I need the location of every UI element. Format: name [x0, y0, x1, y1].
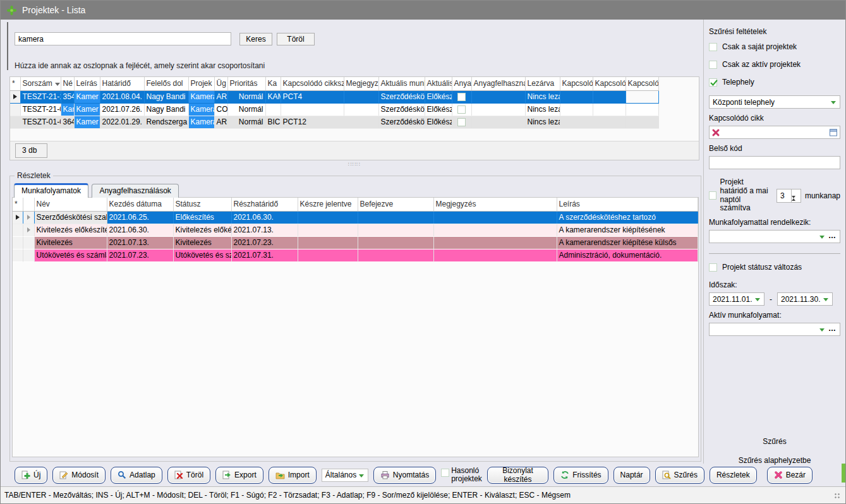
- table-row[interactable]: Kivitelezés 2021.07.13. Kivitelezés 2021…: [13, 236, 698, 249]
- clear-x-icon[interactable]: [711, 128, 720, 139]
- tab-anyagfelhasznalasok[interactable]: Anyagfelhasználások: [92, 184, 178, 198]
- col-hatarido[interactable]: Határidő: [100, 77, 144, 90]
- deadline-days-stepper[interactable]: 3: [777, 189, 801, 203]
- table-row[interactable]: Utókövetés és számláz 2021.07.23. Utóköv…: [13, 249, 698, 261]
- bezar-button[interactable]: Bezár: [767, 467, 813, 484]
- col-felelos[interactable]: Felelős dol: [144, 77, 188, 90]
- col-ka[interactable]: Ka: [265, 77, 281, 90]
- own-projects-checkbox[interactable]: Csak a saját projektek: [709, 42, 840, 51]
- torol-button[interactable]: Töröl: [167, 467, 210, 484]
- hasonlo-projektek-checkbox[interactable]: Hasonló projektek: [441, 467, 482, 483]
- col-nev[interactable]: Né: [61, 77, 74, 90]
- uj-button[interactable]: Új: [15, 467, 47, 484]
- col-keszre[interactable]: Készre jelentve: [298, 198, 358, 211]
- table-row[interactable]: TESZT-01-0 364 Kamer 2022.01.29. Rendsze…: [10, 116, 658, 128]
- internal-code-input[interactable]: [709, 156, 840, 169]
- chevron-down-icon: [819, 328, 825, 332]
- resize-grip[interactable]: [834, 493, 840, 499]
- period-to-select[interactable]: 2021.11.30.: [777, 292, 833, 306]
- col-kapcsolodo-2[interactable]: Kapcsolódó: [593, 77, 625, 90]
- col-cikkszam[interactable]: Kapcsolódó cikkszám: [281, 77, 344, 90]
- col-statusz[interactable]: Státusz: [173, 198, 231, 211]
- app-flower-icon: [7, 6, 16, 15]
- expand-icon[interactable]: [27, 227, 30, 232]
- has-workflow-select[interactable]: …: [709, 230, 840, 243]
- export-button[interactable]: Export: [215, 467, 263, 484]
- spin-down[interactable]: [792, 198, 801, 207]
- table-row[interactable]: Kivitelezés előkészítési 2021.06.30. Kiv…: [13, 224, 698, 236]
- projects-grid-header: * Sorszám Né Leírás Határidő Felelős dol…: [10, 77, 658, 90]
- col-lezarva[interactable]: Lezárva: [525, 77, 560, 90]
- close-x-icon: [774, 471, 783, 479]
- tab-munkafolyamatok[interactable]: Munkafolyamatok: [14, 183, 88, 198]
- col-befejezve[interactable]: Befejezve: [358, 198, 433, 211]
- checkbox-checked[interactable]: [709, 78, 717, 87]
- current-row-icon: [13, 94, 17, 99]
- refresh-icon: [560, 471, 569, 479]
- ellipsis-button[interactable]: …: [828, 324, 837, 333]
- naptar-button[interactable]: Naptár: [613, 467, 650, 484]
- expand-icon[interactable]: [27, 215, 30, 220]
- checkbox[interactable]: [709, 263, 717, 272]
- col-kapcsolodo-3[interactable]: Kapcsolódó: [625, 77, 658, 90]
- delete-icon: [174, 471, 183, 479]
- filter-sidebar: Szűrési feltételek Csak a saját projekte…: [703, 20, 846, 464]
- keres-button[interactable]: Keres: [239, 33, 272, 45]
- col-prioritas[interactable]: Prioritás: [227, 77, 265, 90]
- bizonylat-keszites-button[interactable]: Bizonylat készítés: [487, 467, 548, 484]
- checkbox[interactable]: [709, 43, 717, 51]
- col-leiras[interactable]: Leírás: [74, 77, 100, 90]
- splitter-handle[interactable]: ∷∷∷: [9, 162, 699, 168]
- table-row[interactable]: Szerződéskötési szakas 2021.06.25. Előké…: [13, 211, 698, 224]
- lookup-icon[interactable]: [829, 128, 838, 139]
- filter-title: Szűrési feltételek: [709, 27, 840, 36]
- col-ugy[interactable]: Üg: [214, 77, 227, 90]
- site-select[interactable]: Központi telephely: [709, 95, 840, 109]
- period-from-select[interactable]: 2021.11.01.: [709, 292, 764, 306]
- col-anyagfelh[interactable]: Anyagfelhasználás lez: [471, 77, 525, 90]
- col-leiras[interactable]: Leírás: [557, 198, 698, 211]
- divider: [709, 253, 840, 254]
- chevron-down-icon: [823, 298, 828, 301]
- print-layout-select[interactable]: Általános: [322, 469, 368, 482]
- ellipsis-button[interactable]: …: [828, 231, 837, 240]
- anyago-checkbox[interactable]: [457, 118, 466, 126]
- active-workflow-select[interactable]: …: [709, 323, 840, 336]
- period-label: Időszak:: [709, 280, 840, 289]
- site-checkbox[interactable]: Telephely: [709, 78, 840, 87]
- anyago-checkbox[interactable]: [457, 105, 466, 114]
- table-row[interactable]: TESZT-21-1 354 Kamer 2021.08.04. Nagy Ba…: [10, 90, 658, 103]
- checkbox[interactable]: [709, 61, 717, 69]
- filter-apply-button[interactable]: Szűrés: [709, 437, 840, 446]
- search-input[interactable]: [15, 32, 231, 45]
- main-panel: Keres Töröl Húzza ide annak az oszlopnak…: [9, 20, 701, 464]
- frissites-button[interactable]: Frissítés: [553, 467, 608, 484]
- reszletek-button[interactable]: Részletek: [710, 467, 757, 484]
- active-workflow-label: Aktív munkafolyamat:: [709, 311, 840, 320]
- nyomtatas-button[interactable]: Nyomtatás: [373, 467, 436, 484]
- col-nev[interactable]: Név: [34, 198, 107, 211]
- torol-search-button[interactable]: Töröl: [277, 33, 315, 45]
- col-aktualis-r[interactable]: Aktuális r: [425, 77, 452, 90]
- anyago-checkbox[interactable]: [457, 93, 466, 101]
- col-kezdes[interactable]: Kezdés dátuma: [107, 198, 173, 211]
- szures-button[interactable]: Szűrés: [655, 467, 704, 484]
- col-reszhatarido[interactable]: Részhatáridő: [231, 198, 298, 211]
- col-sorszam[interactable]: Sorszám: [20, 77, 61, 90]
- col-anyago[interactable]: Anyago: [452, 77, 471, 90]
- col-projekt[interactable]: Projek: [188, 77, 214, 90]
- col-kapcsolodo-1[interactable]: Kapcsolódó: [560, 77, 593, 90]
- active-projects-checkbox[interactable]: Csak az aktív projektek: [709, 60, 840, 69]
- col-megjegyzes[interactable]: Megjegyzés: [433, 198, 557, 211]
- adatlap-button[interactable]: Adatlap: [111, 467, 162, 484]
- checkbox[interactable]: [441, 469, 449, 477]
- import-button[interactable]: Import: [269, 467, 317, 484]
- related-item-input[interactable]: [709, 126, 840, 139]
- col-expand: [23, 198, 34, 211]
- deadline-checkbox[interactable]: [709, 191, 716, 200]
- col-megjegyzes[interactable]: Megjegyz: [344, 77, 378, 90]
- modosit-button[interactable]: Módosít: [52, 467, 106, 484]
- table-row[interactable]: TESZT-21-0 Kam Kamer 2021.07.26. Nagy Ba…: [10, 103, 658, 116]
- status-change-checkbox[interactable]: Projekt státusz változás: [709, 263, 840, 272]
- col-aktualis-munka[interactable]: Aktuális munka: [378, 77, 425, 90]
